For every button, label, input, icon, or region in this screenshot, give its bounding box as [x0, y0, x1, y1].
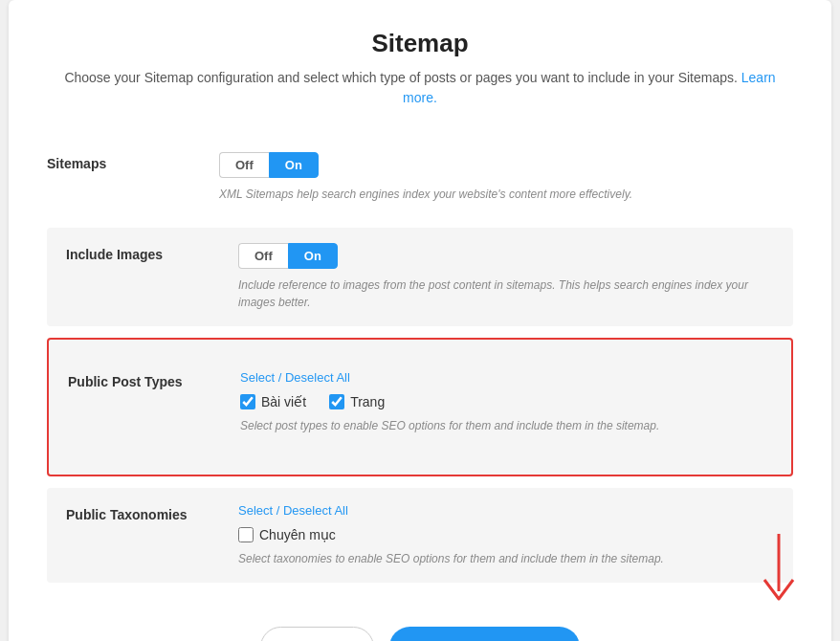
include-images-hint: Include reference to images from the pos… — [238, 276, 774, 311]
red-arrow-icon — [755, 534, 803, 610]
public-taxonomies-row: Public Taxonomies Select / Deselect All … — [66, 503, 774, 567]
footer-buttons: Skip step Save and Continue — [47, 611, 793, 641]
sitemaps-content: Off On XML Sitemaps help search engines … — [219, 152, 793, 203]
page-subtitle: Choose your Sitemap configuration and se… — [47, 68, 793, 108]
skip-step-button[interactable]: Skip step — [260, 627, 375, 641]
include-images-row: Include Images Off On Include reference … — [66, 243, 774, 311]
post-type-bai-viet-item[interactable]: Bài viết — [240, 394, 306, 409]
taxonomy-chuyen-muc-checkbox[interactable] — [238, 527, 254, 542]
post-types-checkbox-row: Bài viết Trang — [240, 394, 772, 409]
public-post-types-row: Public Post Types Select / Deselect All … — [68, 355, 772, 450]
include-images-label: Include Images — [66, 243, 238, 262]
save-continue-button[interactable]: Save and Continue — [389, 627, 580, 641]
public-taxonomies-section: Public Taxonomies Select / Deselect All … — [47, 488, 793, 583]
taxonomies-select-deselect-link[interactable]: Select / Deselect All — [238, 503, 774, 518]
arrow-annotation — [755, 534, 803, 610]
sitemaps-on-button[interactable]: On — [269, 152, 319, 178]
post-type-trang-item[interactable]: Trang — [329, 394, 385, 409]
public-taxonomies-hint: Select taxonomies to enable SEO options … — [238, 550, 774, 567]
sitemaps-hint: XML Sitemaps help search engines index y… — [219, 186, 793, 203]
sitemaps-off-button[interactable]: Off — [219, 152, 269, 178]
post-type-trang-checkbox[interactable] — [329, 394, 344, 409]
public-post-types-section: Public Post Types Select / Deselect All … — [47, 338, 793, 476]
post-types-select-deselect-link[interactable]: Select / Deselect All — [240, 370, 772, 385]
include-images-section: Include Images Off On Include reference … — [47, 228, 793, 326]
public-post-types-label: Public Post Types — [68, 370, 240, 389]
post-type-bai-viet-label: Bài viết — [261, 394, 306, 409]
taxonomies-checkbox-row: Chuyên mục — [238, 527, 774, 542]
taxonomy-chuyen-muc-label: Chuyên mục — [259, 527, 336, 542]
page-title: Sitemap — [47, 29, 793, 58]
include-images-toggle: Off On — [238, 243, 774, 269]
include-images-on-button[interactable]: On — [288, 243, 338, 269]
public-taxonomies-content: Select / Deselect All Chuyên mục Select … — [238, 503, 774, 567]
sitemaps-label: Sitemaps — [47, 152, 219, 171]
include-images-off-button[interactable]: Off — [238, 243, 288, 269]
public-post-types-hint: Select post types to enable SEO options … — [240, 417, 772, 434]
sitemaps-toggle: Off On — [219, 152, 793, 178]
taxonomy-chuyen-muc-item[interactable]: Chuyên mục — [238, 527, 336, 542]
public-post-types-content: Select / Deselect All Bài viết Trang Sel… — [240, 370, 772, 434]
post-type-bai-viet-checkbox[interactable] — [240, 394, 255, 409]
page-container: Sitemap Choose your Sitemap configuratio… — [9, 0, 831, 641]
include-images-content: Off On Include reference to images from … — [238, 243, 774, 311]
sitemaps-row: Sitemaps Off On XML Sitemaps help search… — [47, 137, 793, 218]
post-type-trang-label: Trang — [350, 394, 385, 409]
public-taxonomies-label: Public Taxonomies — [66, 503, 238, 522]
